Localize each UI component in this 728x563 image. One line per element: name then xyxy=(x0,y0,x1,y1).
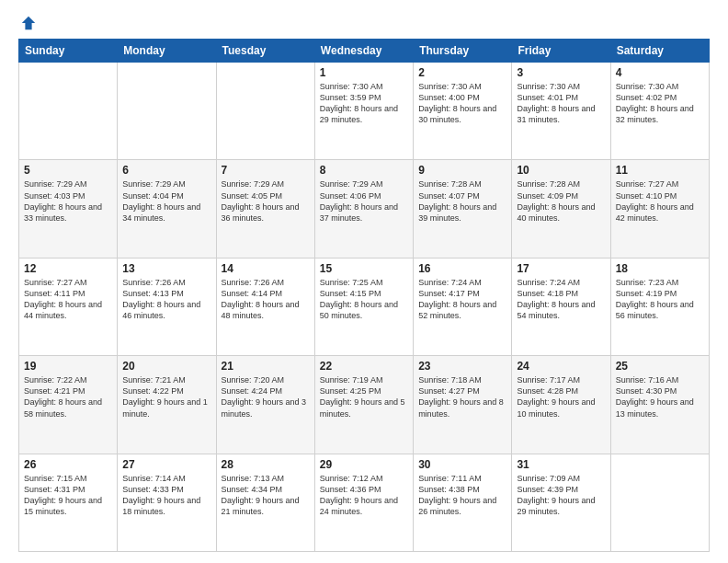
day-number: 17 xyxy=(517,262,605,275)
day-info: Sunrise: 7:26 AM Sunset: 4:14 PM Dayligh… xyxy=(222,277,310,322)
calendar-cell: 1Sunrise: 7:30 AM Sunset: 3:59 PM Daylig… xyxy=(314,63,413,160)
day-number: 10 xyxy=(517,164,605,177)
calendar-cell: 18Sunrise: 7:23 AM Sunset: 4:19 PM Dayli… xyxy=(610,258,709,355)
day-info: Sunrise: 7:26 AM Sunset: 4:13 PM Dayligh… xyxy=(122,277,210,322)
calendar-cell: 3Sunrise: 7:30 AM Sunset: 4:01 PM Daylig… xyxy=(512,63,610,160)
day-info: Sunrise: 7:14 AM Sunset: 4:33 PM Dayligh… xyxy=(122,473,210,518)
day-number: 1 xyxy=(320,66,408,79)
logo xyxy=(18,15,37,31)
day-number: 26 xyxy=(24,458,112,471)
calendar-table: SundayMondayTuesdayWednesdayThursdayFrid… xyxy=(18,39,710,552)
calendar-cell: 7Sunrise: 7:29 AM Sunset: 4:05 PM Daylig… xyxy=(216,160,314,258)
calendar-cell: 21Sunrise: 7:20 AM Sunset: 4:24 PM Dayli… xyxy=(216,356,314,454)
calendar-cell: 8Sunrise: 7:29 AM Sunset: 4:06 PM Daylig… xyxy=(314,160,413,258)
day-number: 7 xyxy=(222,164,310,177)
calendar-week-4: 19Sunrise: 7:22 AM Sunset: 4:21 PM Dayli… xyxy=(19,356,710,454)
day-info: Sunrise: 7:28 AM Sunset: 4:07 PM Dayligh… xyxy=(418,178,506,224)
day-info: Sunrise: 7:30 AM Sunset: 3:59 PM Dayligh… xyxy=(320,81,408,126)
calendar-cell: 14Sunrise: 7:26 AM Sunset: 4:14 PM Dayli… xyxy=(216,258,314,355)
day-number: 21 xyxy=(222,360,310,373)
calendar-cell: 2Sunrise: 7:30 AM Sunset: 4:00 PM Daylig… xyxy=(414,63,512,160)
logo-text xyxy=(18,15,37,31)
weekday-header-friday: Friday xyxy=(512,40,610,63)
day-number: 14 xyxy=(222,262,310,275)
calendar-cell: 13Sunrise: 7:26 AM Sunset: 4:13 PM Dayli… xyxy=(118,258,216,355)
day-info: Sunrise: 7:11 AM Sunset: 4:38 PM Dayligh… xyxy=(418,473,506,518)
weekday-header-sunday: Sunday xyxy=(19,40,118,63)
day-number: 31 xyxy=(517,458,605,471)
calendar-cell: 24Sunrise: 7:17 AM Sunset: 4:28 PM Dayli… xyxy=(512,356,610,454)
day-info: Sunrise: 7:09 AM Sunset: 4:39 PM Dayligh… xyxy=(517,473,605,518)
calendar-cell xyxy=(118,63,216,160)
day-info: Sunrise: 7:30 AM Sunset: 4:00 PM Dayligh… xyxy=(418,81,506,126)
page: SundayMondayTuesdayWednesdayThursdayFrid… xyxy=(0,0,728,563)
day-number: 11 xyxy=(616,164,704,177)
day-info: Sunrise: 7:30 AM Sunset: 4:02 PM Dayligh… xyxy=(616,81,704,126)
day-number: 22 xyxy=(320,360,408,373)
day-number: 30 xyxy=(418,458,506,471)
calendar-cell: 28Sunrise: 7:13 AM Sunset: 4:34 PM Dayli… xyxy=(216,454,314,551)
calendar-cell: 22Sunrise: 7:19 AM Sunset: 4:25 PM Dayli… xyxy=(314,356,413,454)
day-number: 4 xyxy=(616,66,704,79)
calendar-cell: 31Sunrise: 7:09 AM Sunset: 4:39 PM Dayli… xyxy=(512,454,610,551)
calendar-cell xyxy=(610,454,709,551)
day-number: 23 xyxy=(418,360,506,373)
day-number: 27 xyxy=(122,458,210,471)
day-info: Sunrise: 7:29 AM Sunset: 4:03 PM Dayligh… xyxy=(24,178,112,224)
day-info: Sunrise: 7:21 AM Sunset: 4:22 PM Dayligh… xyxy=(122,374,210,419)
calendar-week-2: 5Sunrise: 7:29 AM Sunset: 4:03 PM Daylig… xyxy=(19,160,710,258)
calendar-cell: 11Sunrise: 7:27 AM Sunset: 4:10 PM Dayli… xyxy=(610,160,709,258)
day-info: Sunrise: 7:16 AM Sunset: 4:30 PM Dayligh… xyxy=(616,374,704,419)
calendar-cell xyxy=(216,63,314,160)
day-info: Sunrise: 7:22 AM Sunset: 4:21 PM Dayligh… xyxy=(24,374,112,419)
calendar-cell: 15Sunrise: 7:25 AM Sunset: 4:15 PM Dayli… xyxy=(314,258,413,355)
day-info: Sunrise: 7:27 AM Sunset: 4:11 PM Dayligh… xyxy=(24,277,112,322)
calendar-cell: 19Sunrise: 7:22 AM Sunset: 4:21 PM Dayli… xyxy=(19,356,118,454)
day-number: 25 xyxy=(616,360,704,373)
day-number: 20 xyxy=(122,360,210,373)
calendar-cell: 9Sunrise: 7:28 AM Sunset: 4:07 PM Daylig… xyxy=(414,160,512,258)
calendar-cell: 6Sunrise: 7:29 AM Sunset: 4:04 PM Daylig… xyxy=(118,160,216,258)
day-info: Sunrise: 7:29 AM Sunset: 4:05 PM Dayligh… xyxy=(222,178,310,224)
calendar-week-5: 26Sunrise: 7:15 AM Sunset: 4:31 PM Dayli… xyxy=(19,454,710,551)
day-number: 2 xyxy=(418,66,506,79)
logo-icon xyxy=(20,15,37,31)
calendar-cell: 17Sunrise: 7:24 AM Sunset: 4:18 PM Dayli… xyxy=(512,258,610,355)
header xyxy=(18,15,710,31)
calendar-cell: 23Sunrise: 7:18 AM Sunset: 4:27 PM Dayli… xyxy=(414,356,512,454)
day-number: 13 xyxy=(122,262,210,275)
calendar-cell: 26Sunrise: 7:15 AM Sunset: 4:31 PM Dayli… xyxy=(19,454,118,551)
calendar-week-3: 12Sunrise: 7:27 AM Sunset: 4:11 PM Dayli… xyxy=(19,258,710,355)
day-info: Sunrise: 7:20 AM Sunset: 4:24 PM Dayligh… xyxy=(222,374,310,419)
day-number: 5 xyxy=(24,164,112,177)
calendar-cell xyxy=(19,63,118,160)
day-info: Sunrise: 7:29 AM Sunset: 4:06 PM Dayligh… xyxy=(320,178,408,224)
day-info: Sunrise: 7:27 AM Sunset: 4:10 PM Dayligh… xyxy=(616,178,704,224)
calendar-cell: 25Sunrise: 7:16 AM Sunset: 4:30 PM Dayli… xyxy=(610,356,709,454)
weekday-header-monday: Monday xyxy=(118,40,216,63)
day-info: Sunrise: 7:28 AM Sunset: 4:09 PM Dayligh… xyxy=(517,178,605,224)
weekday-header-row: SundayMondayTuesdayWednesdayThursdayFrid… xyxy=(19,40,710,63)
day-info: Sunrise: 7:29 AM Sunset: 4:04 PM Dayligh… xyxy=(122,178,210,224)
calendar-cell: 10Sunrise: 7:28 AM Sunset: 4:09 PM Dayli… xyxy=(512,160,610,258)
day-number: 12 xyxy=(24,262,112,275)
day-number: 16 xyxy=(418,262,506,275)
day-number: 15 xyxy=(320,262,408,275)
calendar-week-1: 1Sunrise: 7:30 AM Sunset: 3:59 PM Daylig… xyxy=(19,63,710,160)
calendar-cell: 30Sunrise: 7:11 AM Sunset: 4:38 PM Dayli… xyxy=(414,454,512,551)
day-number: 8 xyxy=(320,164,408,177)
day-info: Sunrise: 7:23 AM Sunset: 4:19 PM Dayligh… xyxy=(616,277,704,322)
day-info: Sunrise: 7:18 AM Sunset: 4:27 PM Dayligh… xyxy=(418,374,506,419)
calendar-cell: 4Sunrise: 7:30 AM Sunset: 4:02 PM Daylig… xyxy=(610,63,709,160)
day-number: 3 xyxy=(517,66,605,79)
calendar-cell: 12Sunrise: 7:27 AM Sunset: 4:11 PM Dayli… xyxy=(19,258,118,355)
day-info: Sunrise: 7:19 AM Sunset: 4:25 PM Dayligh… xyxy=(320,374,408,419)
weekday-header-saturday: Saturday xyxy=(610,40,709,63)
day-info: Sunrise: 7:13 AM Sunset: 4:34 PM Dayligh… xyxy=(222,473,310,518)
day-number: 28 xyxy=(222,458,310,471)
day-info: Sunrise: 7:12 AM Sunset: 4:36 PM Dayligh… xyxy=(320,473,408,518)
svg-marker-0 xyxy=(22,17,35,29)
calendar-cell: 20Sunrise: 7:21 AM Sunset: 4:22 PM Dayli… xyxy=(118,356,216,454)
day-number: 19 xyxy=(24,360,112,373)
day-info: Sunrise: 7:15 AM Sunset: 4:31 PM Dayligh… xyxy=(24,473,112,518)
